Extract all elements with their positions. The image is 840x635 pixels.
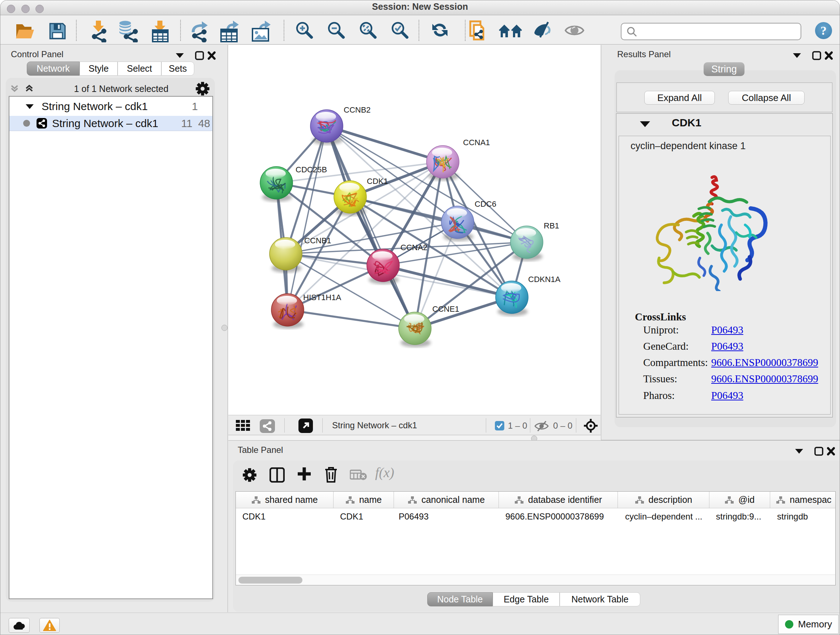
svg-text:CDC6: CDC6 xyxy=(475,200,496,209)
svg-text:CCNA2: CCNA2 xyxy=(401,243,428,252)
svg-text:CCNE1: CCNE1 xyxy=(432,304,459,314)
svg-text:RB1: RB1 xyxy=(544,221,559,230)
svg-text:CDKN1A: CDKN1A xyxy=(528,275,561,284)
svg-text:CCNB1: CCNB1 xyxy=(304,236,332,245)
svg-text:HIST1H1A: HIST1H1A xyxy=(303,293,341,302)
svg-text:CCNB2: CCNB2 xyxy=(344,105,371,114)
svg-text:CCNA1: CCNA1 xyxy=(463,138,490,147)
svg-text:CDC25B: CDC25B xyxy=(295,165,327,174)
svg-text:CDK1: CDK1 xyxy=(367,177,388,186)
